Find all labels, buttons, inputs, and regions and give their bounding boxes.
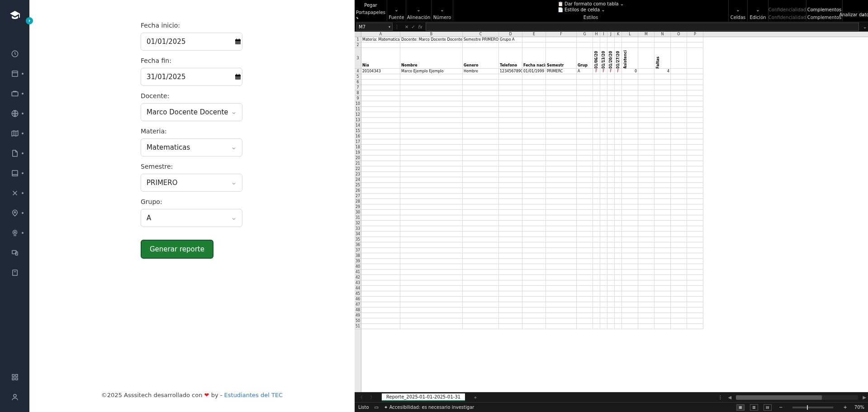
cell[interactable] — [671, 199, 687, 204]
cell[interactable] — [522, 43, 546, 48]
cell[interactable] — [361, 107, 400, 112]
cell[interactable] — [687, 242, 703, 248]
cell[interactable] — [546, 221, 577, 226]
cell[interactable] — [622, 194, 638, 199]
cell[interactable] — [655, 37, 671, 43]
cell[interactable] — [655, 172, 671, 177]
cell[interactable] — [687, 80, 703, 85]
cell[interactable] — [400, 237, 463, 242]
cell[interactable] — [499, 166, 522, 172]
cell[interactable] — [593, 313, 600, 318]
cell[interactable] — [622, 145, 638, 150]
cell[interactable]: PRIMERC — [546, 69, 577, 74]
cell[interactable] — [463, 313, 499, 318]
cell[interactable] — [607, 85, 615, 90]
cell[interactable] — [400, 118, 463, 123]
row-header[interactable]: 4 — [355, 69, 361, 74]
fecha-fin-input[interactable] — [147, 73, 234, 81]
webcam-icon[interactable] — [11, 229, 19, 237]
apps-icon[interactable] — [11, 373, 19, 381]
cell[interactable] — [671, 145, 687, 150]
cell[interactable] — [577, 318, 593, 324]
cell[interactable] — [463, 215, 499, 221]
row-header[interactable]: 28 — [355, 199, 361, 204]
cell[interactable] — [638, 156, 655, 161]
cell[interactable] — [655, 183, 671, 188]
cell[interactable] — [593, 221, 600, 226]
cell[interactable] — [400, 43, 463, 48]
cell[interactable] — [671, 156, 687, 161]
cell[interactable] — [615, 215, 622, 221]
complementos-button[interactable]: Complementos — [807, 7, 842, 12]
hscroll-left[interactable]: ◀ — [726, 395, 734, 400]
cell[interactable] — [522, 302, 546, 308]
cell[interactable] — [593, 145, 600, 150]
numero-dropdown[interactable]: ⌄ — [440, 7, 444, 12]
cell[interactable] — [607, 232, 615, 237]
cell[interactable] — [593, 80, 600, 85]
cell[interactable] — [593, 37, 600, 43]
cell[interactable] — [400, 270, 463, 275]
cell[interactable] — [546, 259, 577, 264]
cell[interactable] — [361, 161, 400, 166]
footer-link[interactable]: Estudiantes del TEC — [224, 392, 283, 398]
cell[interactable] — [361, 275, 400, 280]
cell[interactable] — [638, 286, 655, 291]
cell[interactable] — [687, 226, 703, 232]
row-header[interactable]: 19 — [355, 150, 361, 156]
cell[interactable] — [607, 90, 615, 96]
cell[interactable] — [593, 139, 600, 145]
cell[interactable] — [577, 177, 593, 183]
cell[interactable]: Faltas — [655, 48, 671, 69]
cell[interactable] — [671, 139, 687, 145]
row-header[interactable]: 36 — [355, 242, 361, 248]
cell[interactable] — [607, 172, 615, 177]
cell[interactable] — [463, 221, 499, 226]
cell[interactable] — [400, 156, 463, 161]
cell[interactable] — [671, 253, 687, 259]
cell[interactable] — [522, 183, 546, 188]
cell[interactable] — [687, 43, 703, 48]
cell[interactable] — [463, 139, 499, 145]
cell[interactable] — [607, 112, 615, 118]
cell[interactable] — [463, 43, 499, 48]
cell[interactable] — [655, 145, 671, 150]
cell[interactable] — [577, 156, 593, 161]
cell[interactable] — [600, 183, 607, 188]
cell[interactable] — [615, 74, 622, 80]
cell[interactable] — [615, 139, 622, 145]
cell[interactable] — [546, 308, 577, 313]
cell[interactable] — [593, 210, 600, 215]
cell[interactable] — [577, 270, 593, 275]
row-header[interactable]: 47 — [355, 302, 361, 308]
cell[interactable] — [400, 123, 463, 128]
cell[interactable] — [400, 101, 463, 107]
sidebar-toggle[interactable] — [26, 17, 33, 24]
cell[interactable] — [600, 297, 607, 302]
cell[interactable] — [361, 85, 400, 90]
cell[interactable] — [638, 37, 655, 43]
cell[interactable] — [671, 259, 687, 264]
cell[interactable] — [655, 237, 671, 242]
cell[interactable] — [522, 324, 546, 329]
cell[interactable] — [615, 248, 622, 253]
cell[interactable] — [615, 286, 622, 291]
cell[interactable] — [671, 204, 687, 210]
cell[interactable] — [622, 139, 638, 145]
cell[interactable] — [593, 112, 600, 118]
row-header[interactable]: 48 — [355, 308, 361, 313]
cell[interactable] — [687, 183, 703, 188]
cell[interactable] — [499, 150, 522, 156]
cell[interactable] — [463, 101, 499, 107]
cell[interactable] — [671, 96, 687, 101]
cell[interactable] — [638, 199, 655, 204]
cell[interactable] — [615, 96, 622, 101]
col-header[interactable]: G — [577, 32, 593, 37]
cell[interactable] — [600, 324, 607, 329]
cell[interactable] — [361, 210, 400, 215]
cell[interactable] — [522, 74, 546, 80]
fx-icon[interactable]: fx — [418, 24, 422, 29]
cell[interactable] — [593, 253, 600, 259]
cell[interactable] — [600, 156, 607, 161]
cell[interactable] — [361, 259, 400, 264]
